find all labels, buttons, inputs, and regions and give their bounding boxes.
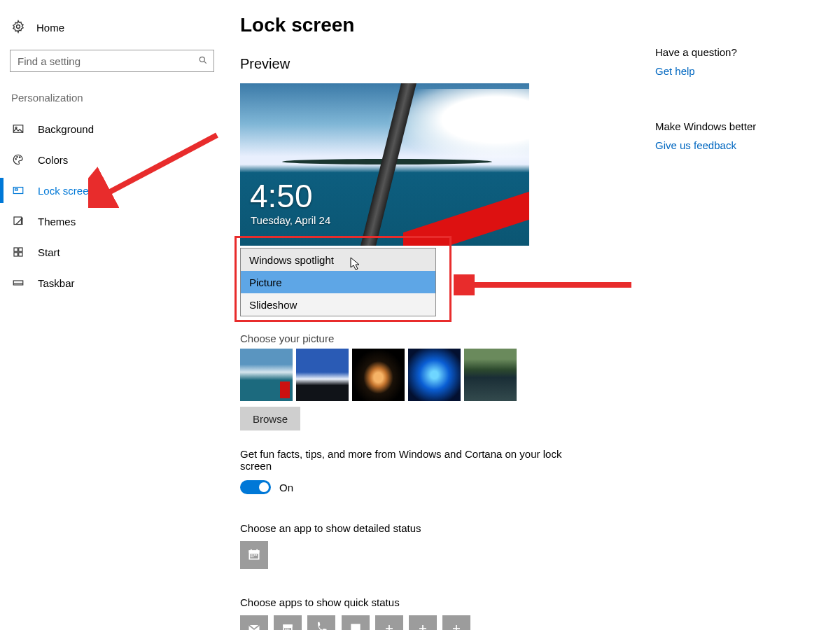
home-nav[interactable]: Home <box>10 17 216 50</box>
svg-rect-25 <box>256 554 258 556</box>
svg-rect-18 <box>249 550 260 552</box>
quick-status-tile-calendar[interactable] <box>274 615 302 630</box>
svg-rect-30 <box>284 624 293 626</box>
svg-point-1 <box>200 57 204 62</box>
svg-rect-14 <box>19 253 22 256</box>
svg-rect-26 <box>251 556 252 557</box>
thumbnail-5[interactable] <box>464 349 517 401</box>
preview-time: 4:50 <box>250 180 313 212</box>
svg-point-6 <box>17 157 18 158</box>
palette-icon <box>11 153 25 166</box>
svg-rect-19 <box>251 549 252 551</box>
search-input[interactable] <box>10 50 214 72</box>
svg-rect-11 <box>14 248 18 251</box>
nav-start[interactable]: Start <box>10 237 216 267</box>
svg-rect-9 <box>15 189 18 190</box>
quick-status-tile-messaging[interactable] <box>342 615 370 630</box>
nav-label: Background <box>38 123 94 135</box>
svg-rect-12 <box>19 248 22 251</box>
cursor-icon <box>350 257 361 271</box>
right-pane: Have a question? Get help Make Windows b… <box>655 46 827 151</box>
nav-label: Colors <box>38 154 68 166</box>
feedback-link[interactable]: Give us feedback <box>655 139 736 151</box>
thumbnail-2[interactable] <box>296 349 349 401</box>
annotation-arrow-left <box>88 131 221 208</box>
svg-line-2 <box>204 61 206 63</box>
quick-status-tile-add-2[interactable] <box>409 615 437 630</box>
mail-icon <box>247 622 261 631</box>
svg-rect-27 <box>253 556 254 557</box>
thumbnail-3[interactable] <box>352 349 405 401</box>
svg-point-0 <box>17 25 20 29</box>
section-title: Personalization <box>10 92 216 104</box>
dropdown-item-slideshow[interactable]: Slideshow <box>241 293 435 316</box>
nav-themes[interactable]: Themes <box>10 206 216 237</box>
plus-icon <box>449 622 463 631</box>
page-title: Lock screen <box>240 14 632 36</box>
nav-taskbar[interactable]: Taskbar <box>10 267 216 298</box>
search-icon <box>198 55 208 67</box>
picture-icon <box>11 122 25 135</box>
fun-facts-label: Get fun facts, tips, and more from Windo… <box>240 448 576 472</box>
background-dropdown[interactable]: Windows spotlight Picture Slideshow <box>240 248 436 316</box>
svg-rect-33 <box>287 629 288 630</box>
quick-status-tile-add-1[interactable] <box>375 615 403 630</box>
search-field[interactable] <box>18 55 186 67</box>
thumbnail-1[interactable] <box>240 349 293 401</box>
toggle-label: On <box>279 482 293 493</box>
picture-thumbnails <box>240 349 517 401</box>
nav-label: Lock screen <box>38 185 94 197</box>
calendar-icon <box>281 622 295 631</box>
svg-rect-24 <box>254 554 255 556</box>
annotation-arrow-right <box>454 274 636 295</box>
svg-rect-20 <box>256 549 258 551</box>
svg-rect-23 <box>253 554 254 556</box>
quick-status-label: Choose apps to show quick status <box>240 596 473 608</box>
question-heading: Have a question? <box>655 46 827 58</box>
svg-point-7 <box>20 157 21 158</box>
fun-facts-section: Get fun facts, tips, and more from Windo… <box>240 448 576 494</box>
svg-point-5 <box>15 159 17 160</box>
chat-icon <box>349 622 363 631</box>
preview-heading: Preview <box>240 56 632 72</box>
toggle-switch[interactable] <box>240 480 271 494</box>
quick-status-section: Choose apps to show quick status <box>240 596 473 630</box>
nav-label: Start <box>38 246 60 258</box>
dropdown-item-picture[interactable]: Picture <box>241 271 435 293</box>
svg-rect-22 <box>251 554 252 556</box>
svg-rect-34 <box>288 629 290 630</box>
lock-screen-icon <box>11 184 25 197</box>
phone-icon <box>314 622 328 631</box>
plus-icon <box>416 622 430 631</box>
fun-facts-toggle[interactable]: On <box>240 480 576 494</box>
gear-icon <box>11 20 25 36</box>
thumbnail-4[interactable] <box>408 349 461 401</box>
browse-button[interactable]: Browse <box>240 407 300 430</box>
svg-rect-32 <box>285 629 286 630</box>
lock-screen-preview: 4:50 Tuesday, April 24 <box>240 83 529 246</box>
choose-picture-section: Choose your picture Browse <box>240 332 517 430</box>
choose-picture-label: Choose your picture <box>240 332 517 344</box>
quick-status-tile-phone[interactable] <box>307 615 335 630</box>
home-label: Home <box>36 22 64 34</box>
svg-line-41 <box>101 135 217 197</box>
annotation-dropdown-highlight: Windows spotlight Picture Slideshow <box>234 236 451 322</box>
preview-date: Tuesday, April 24 <box>251 214 330 226</box>
main-content: Lock screen Preview 4:50 Tuesday, April … <box>240 14 632 255</box>
get-help-link[interactable]: Get help <box>655 65 695 77</box>
svg-rect-13 <box>14 253 18 256</box>
calendar-icon <box>247 547 261 564</box>
nav-label: Taskbar <box>38 277 75 289</box>
quick-status-tile-mail[interactable] <box>240 615 268 630</box>
detailed-status-section: Choose an app to show detailed status <box>240 522 421 569</box>
detailed-status-app-tile[interactable] <box>240 541 268 569</box>
quick-status-tile-add-3[interactable] <box>442 615 470 630</box>
start-icon <box>11 246 25 258</box>
svg-rect-15 <box>13 281 23 285</box>
taskbar-icon <box>11 276 25 289</box>
nav-label: Themes <box>38 216 76 227</box>
dropdown-item-spotlight[interactable]: Windows spotlight <box>241 248 435 271</box>
better-heading: Make Windows better <box>655 120 827 132</box>
detailed-status-label: Choose an app to show detailed status <box>240 522 421 534</box>
themes-icon <box>11 215 25 227</box>
